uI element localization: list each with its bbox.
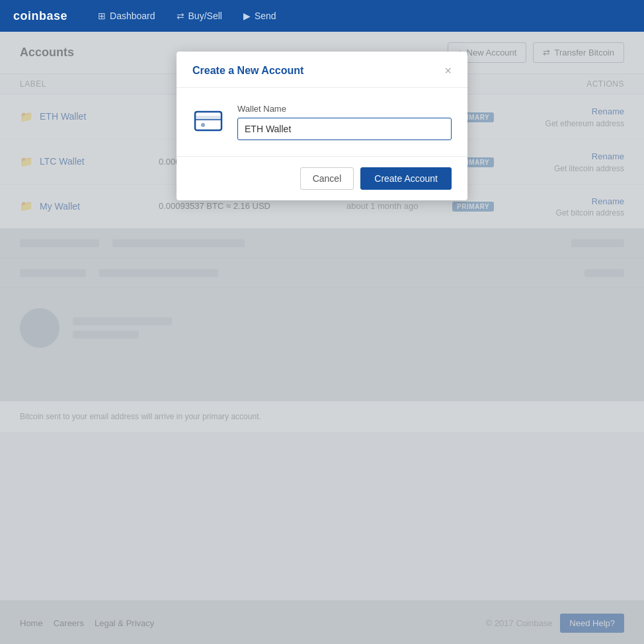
nav-dashboard[interactable]: ⊞ Dashboard	[87, 0, 166, 32]
svg-rect-1	[195, 116, 221, 120]
modal-form: Wallet Name	[237, 104, 452, 140]
modal-header: Create a New Account ×	[177, 52, 467, 88]
main-nav: ⊞ Dashboard ⇄ Buy/Sell ▶ Send	[87, 0, 287, 32]
wallet-name-input[interactable]	[237, 118, 452, 140]
create-account-button[interactable]: Create Account	[360, 167, 452, 190]
nav-dashboard-label: Dashboard	[110, 11, 155, 21]
main-content: Accounts + New Account ⇄ Transfer Bitcoi…	[0, 32, 644, 644]
modal-body: Wallet Name	[177, 88, 467, 156]
nav-buysell-label: Buy/Sell	[188, 11, 222, 21]
modal-overlay: Create a New Account × Wall	[0, 32, 644, 644]
nav-send-label: Send	[255, 11, 276, 21]
dashboard-icon: ⊞	[98, 11, 106, 21]
wallet-icon	[192, 104, 224, 136]
svg-rect-0	[195, 112, 221, 130]
nav-buysell[interactable]: ⇄ Buy/Sell	[166, 0, 233, 32]
wallet-icon-container	[192, 104, 224, 138]
header: coinbase ⊞ Dashboard ⇄ Buy/Sell ▶ Send	[0, 0, 644, 32]
create-account-modal: Create a New Account × Wall	[177, 52, 467, 200]
modal-close-button[interactable]: ×	[444, 65, 452, 77]
buysell-icon: ⇄	[177, 11, 184, 21]
wallet-name-label: Wallet Name	[237, 104, 452, 114]
svg-point-3	[201, 123, 205, 127]
modal-footer: Cancel Create Account	[177, 156, 467, 200]
logo: coinbase	[13, 9, 67, 23]
cancel-button[interactable]: Cancel	[300, 167, 354, 190]
modal-title: Create a New Account	[192, 65, 303, 77]
send-icon: ▶	[243, 11, 251, 21]
nav-send[interactable]: ▶ Send	[233, 0, 287, 32]
